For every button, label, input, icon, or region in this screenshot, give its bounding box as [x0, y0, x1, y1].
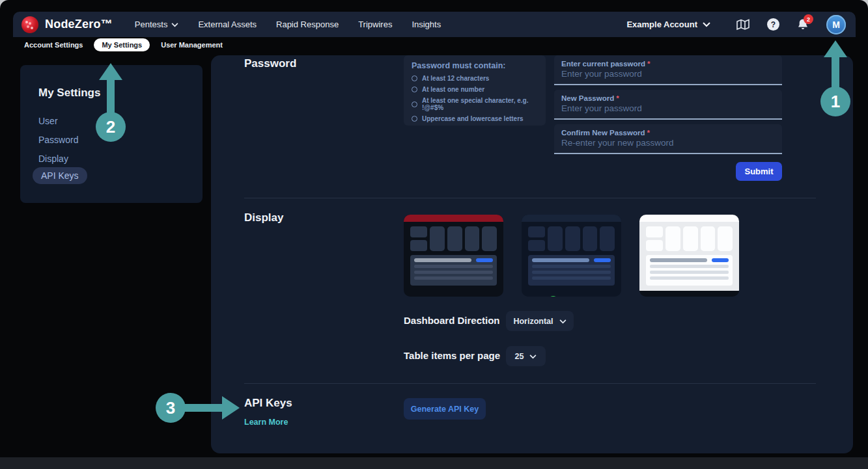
- requirement-text: Uppercase and lowercase letters: [422, 115, 524, 122]
- theme-option-modern[interactable]: ✓ Modern: [522, 215, 621, 297]
- chevron-down-icon: [559, 317, 567, 326]
- check-selected-icon[interactable]: ✓: [548, 296, 559, 297]
- dashboard-direction-select[interactable]: Horizontal: [506, 311, 574, 331]
- nav-item-label: Tripwires: [358, 20, 392, 29]
- password-section-title: Password: [244, 57, 296, 70]
- tab-my-settings[interactable]: My Settings: [94, 38, 150, 51]
- radio-circle-icon: [412, 116, 417, 122]
- help-icon[interactable]: ?: [767, 18, 779, 31]
- section-divider: [244, 383, 816, 384]
- dashboard-direction-label: Dashboard Direction: [404, 315, 500, 326]
- bottom-bar: [0, 457, 868, 469]
- nav-item-rapid-response[interactable]: Rapid Response: [276, 20, 339, 29]
- tab-user-management[interactable]: User Management: [161, 38, 223, 51]
- tab-account-settings[interactable]: Account Settings: [24, 38, 83, 51]
- bell-icon[interactable]: 2: [797, 18, 809, 31]
- field-label: Enter current password*: [561, 60, 775, 68]
- theme-option-light[interactable]: Light: [639, 215, 739, 297]
- theme-preview: [522, 222, 621, 291]
- field-label: Confirm New Password*: [561, 129, 775, 137]
- annotation-shaft: [107, 79, 115, 113]
- chevron-down-icon: [529, 352, 537, 361]
- nav-item-insights[interactable]: Insights: [412, 20, 441, 29]
- requirement-item: At least one special character, e.g. !@#…: [412, 97, 538, 111]
- annotation-shaft: [832, 56, 839, 88]
- requirement-text: At least 12 characters: [422, 75, 489, 82]
- display-section-title: Display: [244, 211, 283, 224]
- nav-item-label: Pentests: [135, 20, 168, 29]
- sidebar-item-password[interactable]: Password: [38, 135, 78, 145]
- nav-item-external-assets[interactable]: External Assets: [198, 20, 257, 29]
- annotation-number: 2: [96, 112, 126, 142]
- avatar[interactable]: M: [826, 15, 846, 34]
- new-password-field: New Password*: [554, 90, 782, 120]
- radio-circle-icon: [412, 75, 417, 81]
- requirement-item: Uppercase and lowercase letters: [412, 115, 538, 122]
- new-password-input[interactable]: [561, 103, 775, 113]
- requirement-item: At least 12 characters: [412, 75, 538, 82]
- api-keys-section-title: API Keys: [244, 397, 292, 410]
- nodezero-logo-icon: [21, 16, 38, 33]
- current-password-input[interactable]: [561, 69, 775, 79]
- avatar-initial: M: [832, 20, 840, 30]
- dropdown-value: 25: [515, 352, 524, 361]
- map-icon[interactable]: [736, 19, 749, 31]
- requirements-title: Password must contain:: [412, 61, 538, 70]
- annotation-number: 1: [820, 87, 850, 116]
- required-asterisk: *: [616, 94, 619, 102]
- app-window: NodeZero™ Pentests External Assets Rapid…: [0, 0, 868, 469]
- theme-preview: [639, 222, 739, 291]
- theme-preview: [404, 222, 503, 291]
- theme-preview-header: [639, 215, 739, 222]
- learn-more-link[interactable]: Learn More: [244, 418, 288, 427]
- requirement-text: At least one special character, e.g. !@#…: [422, 97, 538, 111]
- nav-item-pentests[interactable]: Pentests: [135, 20, 179, 29]
- generate-api-key-button[interactable]: Generate API Key: [404, 398, 486, 420]
- nav-item-tripwires[interactable]: Tripwires: [358, 20, 392, 29]
- required-asterisk: *: [647, 129, 649, 137]
- theme-label-row: ✓ Modern: [522, 291, 621, 297]
- sidebar-item-display[interactable]: Display: [38, 154, 68, 164]
- confirm-password-input[interactable]: [561, 138, 775, 148]
- theme-preview-header: [522, 215, 621, 222]
- brand-title: NodeZero™: [45, 18, 113, 31]
- annotation-arrowhead: [99, 63, 122, 80]
- settings-subnav: Account Settings My Settings User Manage…: [24, 38, 223, 51]
- sidebar-item-user[interactable]: User: [38, 116, 58, 126]
- confirm-password-field: Confirm New Password*: [554, 124, 782, 154]
- nav-item-label: Insights: [412, 20, 441, 29]
- chevron-down-icon: [703, 20, 710, 29]
- field-label: New Password*: [561, 94, 775, 102]
- password-requirements-panel: Password must contain: At least 12 chara…: [404, 55, 546, 126]
- section-divider: [244, 198, 816, 198]
- submit-button[interactable]: Submit: [736, 162, 782, 181]
- annotation-arrowhead: [222, 396, 240, 420]
- account-label: Example Account: [626, 20, 697, 29]
- theme-options: Classic ✓ Modern: [404, 215, 739, 297]
- account-menu[interactable]: Example Account: [626, 20, 710, 29]
- requirement-item: At least one number: [412, 86, 538, 93]
- theme-preview-header: [404, 215, 503, 222]
- sidebar-title: My Settings: [38, 87, 100, 100]
- help-glyph: ?: [771, 20, 776, 29]
- theme-label-row: Light: [639, 291, 739, 297]
- radio-circle-icon: [412, 87, 417, 92]
- sidebar-item-api-keys[interactable]: API Keys: [33, 167, 87, 184]
- requirement-text: At least one number: [422, 86, 484, 93]
- chevron-down-icon: [171, 20, 178, 29]
- settings-panel: Password Password must contain: At least…: [211, 55, 853, 453]
- nav-item-label: Rapid Response: [276, 20, 339, 29]
- annotation-number: 3: [156, 393, 186, 423]
- table-items-select[interactable]: 25: [506, 346, 546, 366]
- notification-badge: 2: [804, 14, 813, 24]
- theme-label-row: Classic: [404, 291, 503, 297]
- table-items-label: Table items per page: [404, 350, 500, 361]
- theme-option-classic[interactable]: Classic: [404, 215, 503, 297]
- nav-item-label: External Assets: [198, 20, 257, 29]
- current-password-field: Enter current password*: [554, 55, 782, 85]
- radio-circle-icon: [412, 101, 417, 107]
- required-asterisk: *: [647, 60, 650, 68]
- dropdown-value: Horizontal: [513, 317, 553, 326]
- password-form: Enter current password* New Password* Co…: [554, 55, 782, 159]
- annotation-arrowhead: [824, 40, 847, 57]
